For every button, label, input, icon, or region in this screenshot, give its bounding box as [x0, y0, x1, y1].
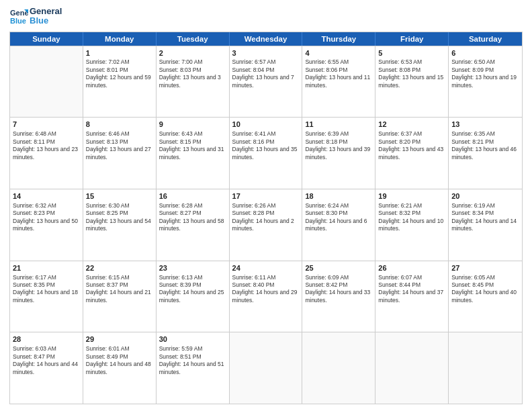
day-info: Sunrise: 6:57 AMSunset: 8:04 PMDaylight:…: [232, 58, 300, 89]
empty-cell: [302, 332, 375, 404]
day-number: 18: [305, 191, 372, 201]
day-info: Sunrise: 7:02 AMSunset: 8:01 PMDaylight:…: [86, 58, 153, 89]
day-cell-27: 27Sunrise: 6:05 AMSunset: 8:45 PMDayligh…: [449, 261, 522, 332]
day-cell-8: 8Sunrise: 6:46 AMSunset: 8:13 PMDaylight…: [83, 118, 157, 189]
day-number: 14: [13, 191, 80, 201]
day-cell-20: 20Sunrise: 6:19 AMSunset: 8:34 PMDayligh…: [449, 189, 522, 261]
day-cell-10: 10Sunrise: 6:41 AMSunset: 8:16 PMDayligh…: [230, 118, 303, 189]
day-number: 13: [451, 120, 519, 130]
day-number: 27: [451, 263, 519, 273]
day-cell-25: 25Sunrise: 6:09 AMSunset: 8:42 PMDayligh…: [302, 261, 375, 332]
week-row-2: 7Sunrise: 6:48 AMSunset: 8:11 PMDaylight…: [10, 117, 522, 189]
day-info: Sunrise: 6:46 AMSunset: 8:13 PMDaylight:…: [86, 130, 153, 161]
header: General Blue General Blue: [9, 7, 523, 26]
day-cell-19: 19Sunrise: 6:21 AMSunset: 8:32 PMDayligh…: [375, 189, 449, 261]
logo-blue: Blue: [30, 16, 62, 26]
day-info: Sunrise: 6:15 AMSunset: 8:37 PMDaylight:…: [86, 274, 153, 305]
day-info: Sunrise: 6:53 AMSunset: 8:08 PMDaylight:…: [378, 58, 445, 89]
day-info: Sunrise: 6:21 AMSunset: 8:32 PMDaylight:…: [378, 202, 445, 233]
day-number: 20: [451, 191, 519, 201]
empty-cell: [10, 46, 83, 118]
day-info: Sunrise: 6:30 AMSunset: 8:25 PMDaylight:…: [86, 202, 153, 233]
day-number: 11: [305, 120, 372, 130]
day-info: Sunrise: 6:26 AMSunset: 8:28 PMDaylight:…: [232, 202, 300, 233]
calendar-body: 1Sunrise: 7:02 AMSunset: 8:01 PMDaylight…: [10, 46, 522, 404]
day-info: Sunrise: 6:50 AMSunset: 8:09 PMDaylight:…: [451, 58, 519, 89]
day-header-thursday: Thursday: [302, 32, 375, 46]
day-info: Sunrise: 6:28 AMSunset: 8:27 PMDaylight:…: [159, 202, 226, 233]
day-info: Sunrise: 6:39 AMSunset: 8:18 PMDaylight:…: [305, 130, 372, 161]
day-number: 17: [232, 191, 300, 201]
day-cell-9: 9Sunrise: 6:43 AMSunset: 8:15 PMDaylight…: [157, 118, 230, 189]
day-info: Sunrise: 6:13 AMSunset: 8:39 PMDaylight:…: [159, 274, 226, 305]
day-number: 6: [451, 48, 519, 58]
logo-general: General: [30, 7, 62, 16]
day-number: 15: [86, 191, 153, 201]
day-info: Sunrise: 6:01 AMSunset: 8:49 PMDaylight:…: [86, 345, 153, 376]
day-info: Sunrise: 6:32 AMSunset: 8:23 PMDaylight:…: [13, 202, 80, 233]
empty-cell: [230, 332, 303, 404]
day-info: Sunrise: 6:41 AMSunset: 8:16 PMDaylight:…: [232, 130, 300, 161]
day-number: 7: [13, 120, 80, 130]
day-cell-6: 6Sunrise: 6:50 AMSunset: 8:09 PMDaylight…: [449, 46, 522, 118]
day-info: Sunrise: 6:09 AMSunset: 8:42 PMDaylight:…: [305, 274, 372, 305]
day-number: 25: [305, 263, 372, 273]
day-number: 2: [159, 48, 226, 58]
day-header-sunday: Sunday: [10, 32, 83, 46]
day-info: Sunrise: 6:03 AMSunset: 8:47 PMDaylight:…: [13, 345, 80, 376]
day-header-saturday: Saturday: [449, 32, 522, 46]
day-info: Sunrise: 6:48 AMSunset: 8:11 PMDaylight:…: [13, 130, 80, 161]
day-cell-1: 1Sunrise: 7:02 AMSunset: 8:01 PMDaylight…: [83, 46, 157, 118]
day-info: Sunrise: 6:43 AMSunset: 8:15 PMDaylight:…: [159, 130, 226, 161]
day-cell-4: 4Sunrise: 6:55 AMSunset: 8:06 PMDaylight…: [302, 46, 375, 118]
day-info: Sunrise: 6:35 AMSunset: 8:21 PMDaylight:…: [451, 130, 519, 161]
day-info: Sunrise: 5:59 AMSunset: 8:51 PMDaylight:…: [159, 345, 226, 376]
calendar: SundayMondayTuesdayWednesdayThursdayFrid…: [9, 32, 523, 404]
day-info: Sunrise: 6:05 AMSunset: 8:45 PMDaylight:…: [451, 274, 519, 305]
day-number: 10: [232, 120, 300, 130]
day-cell-29: 29Sunrise: 6:01 AMSunset: 8:49 PMDayligh…: [83, 332, 157, 404]
day-number: 19: [378, 191, 445, 201]
day-number: 29: [86, 334, 153, 345]
day-number: 22: [86, 263, 153, 273]
day-cell-26: 26Sunrise: 6:07 AMSunset: 8:44 PMDayligh…: [375, 261, 449, 332]
day-header-friday: Friday: [375, 32, 449, 46]
day-number: 26: [378, 263, 445, 273]
day-info: Sunrise: 6:19 AMSunset: 8:34 PMDaylight:…: [451, 202, 519, 233]
day-cell-13: 13Sunrise: 6:35 AMSunset: 8:21 PMDayligh…: [449, 118, 522, 189]
calendar-header: SundayMondayTuesdayWednesdayThursdayFrid…: [10, 32, 522, 46]
day-cell-3: 3Sunrise: 6:57 AMSunset: 8:04 PMDaylight…: [230, 46, 303, 118]
day-number: 30: [159, 334, 226, 345]
day-number: 1: [86, 48, 153, 58]
empty-cell: [375, 332, 449, 404]
day-cell-14: 14Sunrise: 6:32 AMSunset: 8:23 PMDayligh…: [10, 189, 83, 261]
day-header-tuesday: Tuesday: [157, 32, 230, 46]
week-row-1: 1Sunrise: 7:02 AMSunset: 8:01 PMDaylight…: [10, 46, 522, 118]
day-number: 16: [159, 191, 226, 201]
day-number: 8: [86, 120, 153, 130]
day-number: 5: [378, 48, 445, 58]
day-cell-7: 7Sunrise: 6:48 AMSunset: 8:11 PMDaylight…: [10, 118, 83, 189]
day-number: 3: [232, 48, 300, 58]
day-info: Sunrise: 7:00 AMSunset: 8:03 PMDaylight:…: [159, 58, 226, 89]
week-row-4: 21Sunrise: 6:17 AMSunset: 8:35 PMDayligh…: [10, 261, 522, 332]
day-number: 4: [305, 48, 372, 58]
day-cell-24: 24Sunrise: 6:11 AMSunset: 8:40 PMDayligh…: [230, 261, 303, 332]
day-cell-11: 11Sunrise: 6:39 AMSunset: 8:18 PMDayligh…: [302, 118, 375, 189]
svg-text:Blue: Blue: [10, 17, 26, 25]
logo: General Blue General Blue: [9, 7, 62, 26]
day-cell-30: 30Sunrise: 5:59 AMSunset: 8:51 PMDayligh…: [157, 332, 230, 404]
day-cell-5: 5Sunrise: 6:53 AMSunset: 8:08 PMDaylight…: [375, 46, 449, 118]
day-number: 12: [378, 120, 445, 130]
day-cell-17: 17Sunrise: 6:26 AMSunset: 8:28 PMDayligh…: [230, 189, 303, 261]
day-info: Sunrise: 6:24 AMSunset: 8:30 PMDaylight:…: [305, 202, 372, 233]
day-cell-28: 28Sunrise: 6:03 AMSunset: 8:47 PMDayligh…: [10, 332, 83, 404]
day-info: Sunrise: 6:55 AMSunset: 8:06 PMDaylight:…: [305, 58, 372, 89]
day-info: Sunrise: 6:37 AMSunset: 8:20 PMDaylight:…: [378, 130, 445, 161]
day-cell-23: 23Sunrise: 6:13 AMSunset: 8:39 PMDayligh…: [157, 261, 230, 332]
empty-cell: [449, 332, 522, 404]
day-header-wednesday: Wednesday: [230, 32, 303, 46]
day-info: Sunrise: 6:17 AMSunset: 8:35 PMDaylight:…: [13, 274, 80, 305]
day-number: 24: [232, 263, 300, 273]
day-number: 23: [159, 263, 226, 273]
